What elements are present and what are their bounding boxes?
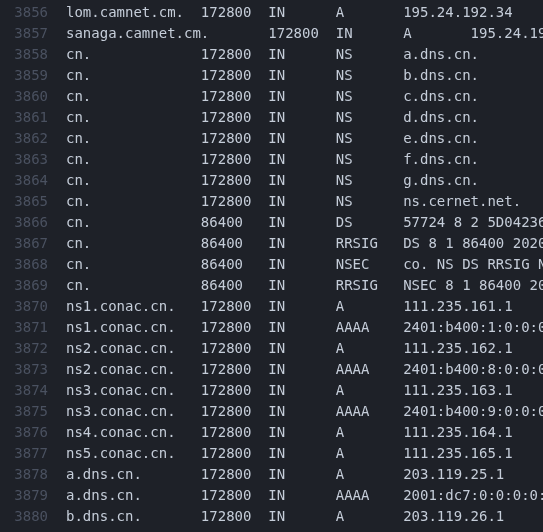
line-content: ns1.conac.cn. 172800 IN AAAA 2401:b400:1…: [66, 317, 543, 338]
line-content: cn. 172800 IN NS ns.cernet.net.: [66, 191, 543, 212]
code-line: 3866cn. 86400 IN DS 57724 8 2 5D0423633E…: [0, 212, 543, 233]
line-content: cn. 172800 IN NS c.dns.cn.: [66, 86, 543, 107]
code-line: 3875ns3.conac.cn. 172800 IN AAAA 2401:b4…: [0, 401, 543, 422]
code-line: 3869cn. 86400 IN RRSIG NSEC 8 1 86400 20…: [0, 275, 543, 296]
line-content: b.dns.cn. 172800 IN A 203.119.26.1: [66, 506, 543, 527]
code-line: 3880b.dns.cn. 172800 IN A 203.119.26.1: [0, 506, 543, 527]
line-content: cn. 86400 IN RRSIG NSEC 8 1 86400 202008…: [66, 275, 543, 296]
code-line: 3862cn. 172800 IN NS e.dns.cn.: [0, 128, 543, 149]
line-content: cn. 172800 IN NS a.dns.cn.: [66, 44, 543, 65]
code-line: 3873ns2.conac.cn. 172800 IN AAAA 2401:b4…: [0, 359, 543, 380]
code-line: 3876ns4.conac.cn. 172800 IN A 111.235.16…: [0, 422, 543, 443]
line-content: cn. 172800 IN NS e.dns.cn.: [66, 128, 543, 149]
line-number: 3873: [0, 359, 66, 380]
line-number: 3877: [0, 443, 66, 464]
line-number: 3875: [0, 401, 66, 422]
code-line: 3860cn. 172800 IN NS c.dns.cn.: [0, 86, 543, 107]
code-line: 3857sanaga.camnet.cm. 172800 IN A 195.24…: [0, 23, 543, 44]
code-line: 3878a.dns.cn. 172800 IN A 203.119.25.1: [0, 464, 543, 485]
line-number: 3868: [0, 254, 66, 275]
line-number: 3879: [0, 485, 66, 506]
line-number: 3866: [0, 212, 66, 233]
line-number: 3867: [0, 233, 66, 254]
line-number: 3858: [0, 44, 66, 65]
code-line: 3859cn. 172800 IN NS b.dns.cn.: [0, 65, 543, 86]
line-number: 3861: [0, 107, 66, 128]
line-number: 3862: [0, 128, 66, 149]
code-line: 3856lom.camnet.cm. 172800 IN A 195.24.19…: [0, 2, 543, 23]
line-number: 3878: [0, 464, 66, 485]
line-content: a.dns.cn. 172800 IN AAAA 2001:dc7:0:0:0:…: [66, 485, 543, 506]
line-content: ns4.conac.cn. 172800 IN A 111.235.164.1: [66, 422, 543, 443]
code-line: 3864cn. 172800 IN NS g.dns.cn.: [0, 170, 543, 191]
code-line: 3877ns5.conac.cn. 172800 IN A 111.235.16…: [0, 443, 543, 464]
code-line: 3861cn. 172800 IN NS d.dns.cn.: [0, 107, 543, 128]
line-content: ns2.conac.cn. 172800 IN AAAA 2401:b400:8…: [66, 359, 543, 380]
code-line: 3872ns2.conac.cn. 172800 IN A 111.235.16…: [0, 338, 543, 359]
line-number: 3865: [0, 191, 66, 212]
code-line: 3874ns3.conac.cn. 172800 IN A 111.235.16…: [0, 380, 543, 401]
line-content: ns5.conac.cn. 172800 IN A 111.235.165.1: [66, 443, 543, 464]
code-line: 3858cn. 172800 IN NS a.dns.cn.: [0, 44, 543, 65]
line-content: a.dns.cn. 172800 IN A 203.119.25.1: [66, 464, 543, 485]
line-content: cn. 86400 IN RRSIG DS 8 1 86400 20200824…: [66, 233, 543, 254]
line-content: cn. 172800 IN NS b.dns.cn.: [66, 65, 543, 86]
line-content: ns1.conac.cn. 172800 IN A 111.235.161.1: [66, 296, 543, 317]
line-number: 3872: [0, 338, 66, 359]
line-content: ns2.conac.cn. 172800 IN A 111.235.162.1: [66, 338, 543, 359]
line-content: ns3.conac.cn. 172800 IN AAAA 2401:b400:9…: [66, 401, 543, 422]
line-content: cn. 86400 IN DS 57724 8 2 5D0423633EB24A…: [66, 212, 543, 233]
line-number: 3864: [0, 170, 66, 191]
code-line: 3863cn. 172800 IN NS f.dns.cn.: [0, 149, 543, 170]
line-number: 3863: [0, 149, 66, 170]
code-line: 3868cn. 86400 IN NSEC co. NS DS RRSIG NS…: [0, 254, 543, 275]
line-content: cn. 172800 IN NS g.dns.cn.: [66, 170, 543, 191]
code-line: 3867cn. 86400 IN RRSIG DS 8 1 86400 2020…: [0, 233, 543, 254]
line-number: 3871: [0, 317, 66, 338]
line-content: sanaga.camnet.cm. 172800 IN A 195.24.192…: [66, 23, 543, 44]
line-number: 3880: [0, 506, 66, 527]
code-line: 3871ns1.conac.cn. 172800 IN AAAA 2401:b4…: [0, 317, 543, 338]
line-number: 3876: [0, 422, 66, 443]
line-number: 3870: [0, 296, 66, 317]
line-content: ns3.conac.cn. 172800 IN A 111.235.163.1: [66, 380, 543, 401]
line-number: 3856: [0, 2, 66, 23]
code-line: 3865cn. 172800 IN NS ns.cernet.net.: [0, 191, 543, 212]
line-number: 3859: [0, 65, 66, 86]
line-number: 3857: [0, 23, 66, 44]
line-content: cn. 172800 IN NS d.dns.cn.: [66, 107, 543, 128]
code-line: 3870ns1.conac.cn. 172800 IN A 111.235.16…: [0, 296, 543, 317]
code-editor: 3856lom.camnet.cm. 172800 IN A 195.24.19…: [0, 0, 543, 527]
line-number: 3869: [0, 275, 66, 296]
line-content: cn. 86400 IN NSEC co. NS DS RRSIG NSEC: [66, 254, 543, 275]
line-content: lom.camnet.cm. 172800 IN A 195.24.192.34: [66, 2, 543, 23]
line-number: 3874: [0, 380, 66, 401]
line-number: 3860: [0, 86, 66, 107]
line-content: cn. 172800 IN NS f.dns.cn.: [66, 149, 543, 170]
code-line: 3879a.dns.cn. 172800 IN AAAA 2001:dc7:0:…: [0, 485, 543, 506]
